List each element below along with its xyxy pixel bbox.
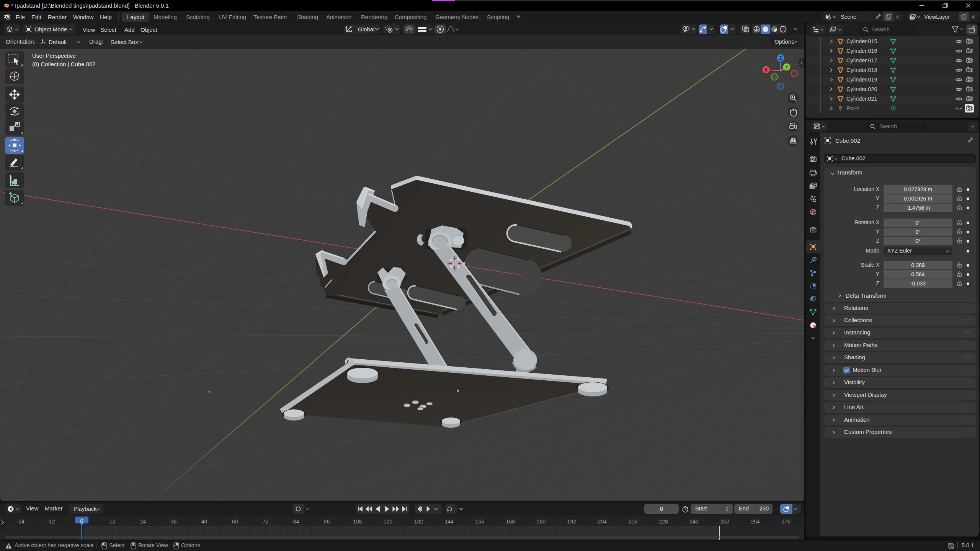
svg-text:-24: -24 — [16, 518, 24, 525]
svg-text:216: 216 — [629, 518, 638, 525]
svg-text:144: 144 — [445, 518, 454, 525]
svg-text:132: 132 — [414, 518, 423, 525]
svg-text:48: 48 — [201, 518, 207, 525]
svg-text:264: 264 — [751, 518, 760, 525]
svg-text:24: 24 — [140, 518, 146, 525]
svg-text:240: 240 — [690, 518, 699, 525]
svg-text:192: 192 — [567, 518, 577, 525]
svg-text:120: 120 — [384, 518, 393, 525]
svg-text:276: 276 — [781, 518, 791, 525]
svg-text:12: 12 — [109, 518, 116, 525]
svg-text:180: 180 — [537, 518, 546, 525]
svg-text:108: 108 — [353, 518, 362, 525]
svg-text:168: 168 — [506, 518, 515, 525]
svg-text:0: 0 — [80, 518, 83, 524]
svg-text:156: 156 — [475, 518, 485, 525]
svg-text:228: 228 — [659, 518, 668, 525]
svg-text:-12: -12 — [47, 518, 55, 525]
svg-text:X: X — [764, 67, 768, 73]
svg-text:204: 204 — [598, 518, 607, 525]
svg-text:36: 36 — [171, 518, 177, 525]
svg-text:96: 96 — [324, 518, 330, 525]
svg-text:Y: Y — [785, 65, 788, 70]
svg-text:Z: Z — [779, 55, 782, 61]
svg-text:60: 60 — [232, 518, 238, 525]
svg-text:84: 84 — [293, 518, 299, 525]
svg-text:72: 72 — [263, 518, 269, 525]
svg-text:252: 252 — [720, 518, 730, 525]
